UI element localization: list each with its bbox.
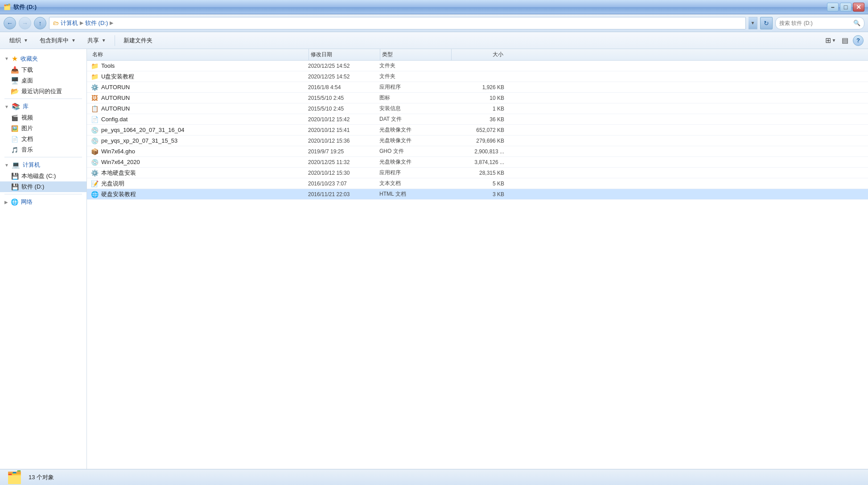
view-toggle-button[interactable]: ⊞ ▼	[824, 34, 837, 47]
table-row[interactable]: 📋 AUTORUN 2015/5/10 2:45 安装信息 1 KB	[87, 103, 868, 114]
sidebar-header-computer[interactable]: ▼ 💻 计算机	[0, 159, 86, 171]
folder-desktop-icon: 🖥️	[11, 77, 19, 85]
table-row[interactable]: 💿 pe_yqs_1064_20_07_31_16_04 2020/10/12 …	[87, 125, 868, 136]
sidebar-item-recent[interactable]: 📂 最近访问的位置	[0, 86, 86, 97]
file-date: 2020/10/12 15:36	[308, 138, 379, 144]
file-name: 光盘说明	[101, 180, 308, 188]
sidebar-item-download[interactable]: 📥 下载	[0, 65, 86, 75]
breadcrumb-bar: 🗁 计算机 ▶ 软件 (D:) ▶	[49, 17, 746, 29]
file-name: pe_yqs_1064_20_07_31_16_04	[101, 127, 308, 133]
sidebar-item-music[interactable]: 🎵 音乐	[0, 144, 86, 155]
file-name: pe_yqs_xp_20_07_31_15_53	[101, 137, 308, 144]
file-list: 📁 Tools 2020/12/25 14:52 文件夹 📁 U盘安装教程 20…	[87, 61, 868, 469]
computer-label: 计算机	[23, 161, 40, 169]
file-size: 1 KB	[451, 106, 504, 112]
table-row[interactable]: 📄 Config.dat 2020/10/12 15:42 DAT 文件 36 …	[87, 114, 868, 125]
file-type-icon: 📋	[91, 105, 99, 113]
sidebar-header-favorites[interactable]: ▼ ★ 收藏夹	[0, 53, 86, 65]
back-button[interactable]: ←	[4, 17, 16, 29]
sidebar-item-pictures[interactable]: 🖼️ 图片	[0, 123, 86, 134]
table-row[interactable]: 📝 光盘说明 2016/10/23 7:07 文本文档 5 KB	[87, 178, 868, 189]
sidebar-header-network[interactable]: ▶ 🌐 网络	[0, 196, 86, 208]
sidebar-item-desktop[interactable]: 🖥️ 桌面	[0, 75, 86, 86]
sidebar-divider-2	[4, 157, 82, 157]
sidebar-section-network: ▶ 🌐 网络	[0, 196, 86, 208]
file-name: AUTORUN	[101, 95, 308, 101]
share-button[interactable]: 共享 ▼	[82, 34, 111, 47]
table-row[interactable]: 📁 Tools 2020/12/25 14:52 文件夹	[87, 61, 868, 71]
file-size: 28,315 KB	[451, 170, 504, 176]
column-header-type[interactable]: 类型	[380, 49, 452, 60]
file-type: HTML 文档	[379, 190, 451, 198]
search-bar[interactable]: 🔍	[775, 17, 864, 29]
column-header-name[interactable]: 名称	[91, 49, 309, 60]
file-name: Config.dat	[101, 116, 308, 123]
library-expand-icon: ▼	[4, 104, 9, 109]
address-dropdown-arrow[interactable]: ▼	[749, 17, 757, 29]
file-date: 2020/12/25 11:32	[308, 159, 379, 165]
table-row[interactable]: 📁 U盘安装教程 2020/12/25 14:52 文件夹	[87, 71, 868, 82]
window-icon: 🗂️	[4, 4, 11, 10]
toolbar-separator	[115, 35, 115, 46]
sidebar-item-documents[interactable]: 📄 文档	[0, 134, 86, 144]
sidebar-divider-1	[4, 99, 82, 99]
refresh-button[interactable]: ↻	[760, 17, 773, 29]
table-row[interactable]: 💿 pe_yqs_xp_20_07_31_15_53 2020/10/12 15…	[87, 136, 868, 146]
toolbar: 组织 ▼ 包含到库中 ▼ 共享 ▼ 新建文件夹 ⊞ ▼ ▤ ?	[0, 32, 868, 49]
video-icon: 🎬	[11, 114, 19, 122]
file-date: 2020/12/25 14:52	[308, 63, 379, 69]
organize-label: 组织	[9, 37, 21, 45]
new-folder-label: 新建文件夹	[123, 37, 152, 45]
sidebar-item-drive-c[interactable]: 💾 本地磁盘 (C:)	[0, 171, 86, 181]
column-header-size[interactable]: 大小	[452, 49, 505, 60]
new-folder-button[interactable]: 新建文件夹	[119, 34, 157, 47]
breadcrumb-separator-2: ▶	[110, 20, 113, 26]
help-button[interactable]: ?	[853, 35, 864, 46]
table-row[interactable]: 🌐 硬盘安装教程 2016/11/21 22:03 HTML 文档 3 KB	[87, 189, 868, 200]
file-type-icon: 🖼	[91, 94, 99, 102]
file-name: U盘安装教程	[101, 73, 308, 81]
file-size: 2,900,813 ...	[451, 148, 504, 155]
breadcrumb-drive-d[interactable]: 软件 (D:)	[85, 19, 108, 27]
sidebar-item-video[interactable]: 🎬 视频	[0, 112, 86, 123]
favorites-label: 收藏夹	[21, 55, 38, 63]
pictures-icon: 🖼️	[11, 124, 19, 132]
sidebar-header-library[interactable]: ▼ 📚 库	[0, 101, 86, 112]
table-row[interactable]: 💿 Win7x64_2020 2020/12/25 11:32 光盘映像文件 3…	[87, 157, 868, 168]
file-type: 光盘映像文件	[379, 158, 451, 166]
breadcrumb-computer[interactable]: 计算机	[61, 19, 78, 27]
column-header-date[interactable]: 修改日期	[309, 49, 380, 60]
forward-button[interactable]: →	[19, 17, 31, 29]
table-row[interactable]: ⚙️ 本地硬盘安装 2020/10/12 15:30 应用程序 28,315 K…	[87, 168, 868, 178]
share-dropdown-icon: ▼	[102, 38, 106, 43]
file-type: 文本文档	[379, 180, 451, 187]
table-row[interactable]: 📦 Win7x64.gho 2019/9/7 19:25 GHO 文件 2,90…	[87, 146, 868, 157]
titlebar-title: 🗂️ 软件 (D:)	[4, 3, 37, 11]
close-button[interactable]: ✕	[853, 3, 864, 12]
up-button[interactable]: ↑	[34, 17, 46, 29]
sidebar-item-drive-d[interactable]: 💾 软件 (D:)	[0, 181, 86, 192]
library-button[interactable]: 包含到库中 ▼	[35, 34, 81, 47]
table-row[interactable]: 🖼 AUTORUN 2015/5/10 2:45 图标 10 KB	[87, 93, 868, 103]
file-date: 2016/10/23 7:07	[308, 181, 379, 187]
preview-pane-button[interactable]: ▤	[839, 34, 851, 47]
maximize-button[interactable]: □	[840, 3, 852, 12]
file-name: Tools	[101, 62, 308, 69]
network-icon: 🌐	[11, 198, 18, 206]
file-type-icon: 💿	[91, 158, 99, 166]
documents-icon: 📄	[11, 135, 19, 143]
file-name: AUTORUN	[101, 84, 308, 90]
file-size: 3 KB	[451, 191, 504, 197]
file-type-icon: 💿	[91, 126, 99, 134]
minimize-button[interactable]: –	[827, 3, 839, 12]
drive-c-icon: 💾	[11, 172, 19, 180]
file-type: 应用程序	[379, 169, 451, 177]
file-name: AUTORUN	[101, 105, 308, 112]
file-type-icon: 📄	[91, 115, 99, 123]
file-type: 图标	[379, 94, 451, 102]
search-input[interactable]	[779, 20, 852, 26]
app-logo-icon: 🗂️	[7, 470, 22, 485]
organize-button[interactable]: 组织 ▼	[4, 34, 33, 47]
folder-download-icon: 📥	[11, 66, 19, 74]
table-row[interactable]: ⚙️ AUTORUN 2016/1/8 4:54 应用程序 1,926 KB	[87, 82, 868, 93]
